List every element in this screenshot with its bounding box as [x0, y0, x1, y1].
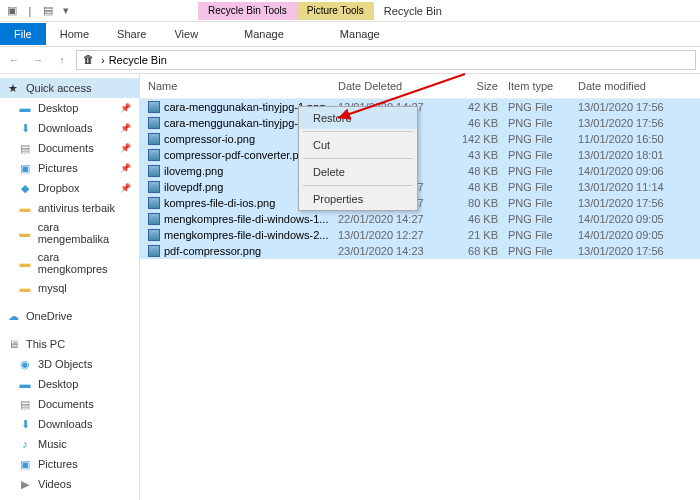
videos-icon: ▶: [18, 477, 32, 491]
file-date-deleted: 23/01/2020 14:23: [338, 245, 448, 257]
pin-icon: 📌: [120, 183, 131, 193]
file-row[interactable]: mengkompres-file-di-windows-2...13/01/20…: [140, 227, 700, 243]
file-row[interactable]: cara-menggunakan-tinyjpg-1.png13/01/2020…: [140, 99, 700, 115]
file-size: 68 KB: [448, 245, 508, 257]
file-row[interactable]: mengkompres-file-di-windows-1...22/01/20…: [140, 211, 700, 227]
file-type: PNG File: [508, 245, 578, 257]
up-button[interactable]: ↑: [52, 50, 72, 70]
sidebar-downloads[interactable]: ⬇Downloads📌: [0, 118, 139, 138]
file-row[interactable]: compressor-io.png142 KBPNG File11/01/202…: [140, 131, 700, 147]
file-name: mengkompres-file-di-windows-1...: [164, 213, 328, 225]
tab-view[interactable]: View: [160, 23, 212, 45]
sidebar-folder[interactable]: ▬mysql: [0, 278, 139, 298]
navigation-pane: ★Quick access ▬Desktop📌 ⬇Downloads📌 ▤Doc…: [0, 74, 140, 500]
properties-icon[interactable]: ▤: [40, 3, 56, 19]
file-row[interactable]: compressor-pdf-converter.png43 KBPNG Fil…: [140, 147, 700, 163]
tab-manage-recycle[interactable]: Manage: [230, 23, 298, 45]
file-row[interactable]: kompres-file-di-ios.png13/01/2020 14:278…: [140, 195, 700, 211]
file-size: 142 KB: [448, 133, 508, 145]
file-date-modified: 11/01/2020 16:50: [578, 133, 688, 145]
file-name: ilovepdf.png: [164, 181, 223, 193]
file-name: kompres-file-di-ios.png: [164, 197, 275, 209]
pin-icon: 📌: [120, 123, 131, 133]
menu-restore[interactable]: Restore: [299, 107, 417, 129]
sidebar-pc-localdisk[interactable]: ⊟Local Disk (C:): [0, 494, 139, 500]
file-size: 80 KB: [448, 197, 508, 209]
png-file-icon: [148, 117, 160, 129]
file-type: PNG File: [508, 165, 578, 177]
file-row[interactable]: cara-menggunakan-tinyjpg-Co...46 KBPNG F…: [140, 115, 700, 131]
file-row[interactable]: pdf-compressor.png23/01/2020 14:2368 KBP…: [140, 243, 700, 259]
folder-icon: ▬: [18, 201, 32, 215]
sidebar-thispc[interactable]: 🖥This PC: [0, 334, 139, 354]
file-type: PNG File: [508, 229, 578, 241]
dropdown-icon[interactable]: ▾: [58, 3, 74, 19]
sidebar-onedrive[interactable]: ☁OneDrive: [0, 306, 139, 326]
sidebar-pc-music[interactable]: ♪Music: [0, 434, 139, 454]
pin-icon: 📌: [120, 103, 131, 113]
recycle-bin-icon: 🗑: [83, 53, 97, 67]
downloads-icon: ⬇: [18, 417, 32, 431]
file-name: compressor-pdf-converter.png: [164, 149, 311, 161]
file-size: 46 KB: [448, 117, 508, 129]
sidebar-pc-videos[interactable]: ▶Videos: [0, 474, 139, 494]
tab-manage-picture[interactable]: Manage: [326, 23, 394, 45]
file-type: PNG File: [508, 197, 578, 209]
file-date-modified: 13/01/2020 17:56: [578, 197, 688, 209]
png-file-icon: [148, 245, 160, 257]
sidebar-3dobjects[interactable]: ◉3D Objects: [0, 354, 139, 374]
sidebar-pc-downloads[interactable]: ⬇Downloads: [0, 414, 139, 434]
documents-icon: ▤: [18, 141, 32, 155]
file-size: 46 KB: [448, 213, 508, 225]
star-icon: ★: [6, 81, 20, 95]
png-file-icon: [148, 213, 160, 225]
folder-icon[interactable]: ▣: [4, 3, 20, 19]
png-file-icon: [148, 149, 160, 161]
column-headers[interactable]: Name Date Deleted Size Item type Date mo…: [140, 74, 700, 99]
file-row[interactable]: ilovemg.png48 KBPNG File14/01/2020 09:06: [140, 163, 700, 179]
desktop-icon: ▬: [18, 101, 32, 115]
sidebar-pictures[interactable]: ▣Pictures📌: [0, 158, 139, 178]
file-date-modified: 13/01/2020 11:14: [578, 181, 688, 193]
sidebar-dropbox[interactable]: ◆Dropbox📌: [0, 178, 139, 198]
sidebar-desktop[interactable]: ▬Desktop📌: [0, 98, 139, 118]
pin-icon: 📌: [120, 143, 131, 153]
menu-properties[interactable]: Properties: [299, 188, 417, 210]
sidebar-pc-documents[interactable]: ▤Documents: [0, 394, 139, 414]
col-type: Item type: [508, 80, 578, 92]
tab-file[interactable]: File: [0, 23, 46, 45]
file-row[interactable]: ilovepdf.png13/01/2020 14:2748 KBPNG Fil…: [140, 179, 700, 195]
menu-cut[interactable]: Cut: [299, 134, 417, 156]
col-date-modified: Date modified: [578, 80, 688, 92]
png-file-icon: [148, 181, 160, 193]
sidebar-quick-access[interactable]: ★Quick access: [0, 78, 139, 98]
file-size: 48 KB: [448, 165, 508, 177]
sidebar-folder[interactable]: ▬antivirus terbaik: [0, 198, 139, 218]
sidebar-pc-pictures[interactable]: ▣Pictures: [0, 454, 139, 474]
quick-access-toolbar: ▣ | ▤ ▾: [0, 3, 78, 19]
file-date-deleted: 22/01/2020 14:27: [338, 213, 448, 225]
file-name: mengkompres-file-di-windows-2...: [164, 229, 328, 241]
sidebar-pc-desktop[interactable]: ▬Desktop: [0, 374, 139, 394]
forward-button[interactable]: →: [28, 50, 48, 70]
breadcrumb-bar[interactable]: 🗑 › Recycle Bin: [76, 50, 696, 70]
file-size: 43 KB: [448, 149, 508, 161]
contextual-tab-recycle[interactable]: Recycle Bin Tools: [198, 2, 297, 20]
pin-icon: 📌: [120, 163, 131, 173]
file-type: PNG File: [508, 117, 578, 129]
tab-home[interactable]: Home: [46, 23, 103, 45]
back-button[interactable]: ←: [4, 50, 24, 70]
file-type: PNG File: [508, 133, 578, 145]
folder-icon: ▬: [18, 256, 32, 270]
cube-icon: ◉: [18, 357, 32, 371]
sidebar-folder[interactable]: ▬cara mengkompres: [0, 248, 139, 278]
contextual-tab-picture[interactable]: Picture Tools: [297, 2, 374, 20]
file-date-modified: 14/01/2020 09:05: [578, 213, 688, 225]
breadcrumb-text: Recycle Bin: [109, 54, 167, 66]
dropbox-icon: ◆: [18, 181, 32, 195]
menu-delete[interactable]: Delete: [299, 161, 417, 183]
file-size: 42 KB: [448, 101, 508, 113]
sidebar-documents[interactable]: ▤Documents📌: [0, 138, 139, 158]
sidebar-folder[interactable]: ▬cara mengembalika: [0, 218, 139, 248]
tab-share[interactable]: Share: [103, 23, 160, 45]
